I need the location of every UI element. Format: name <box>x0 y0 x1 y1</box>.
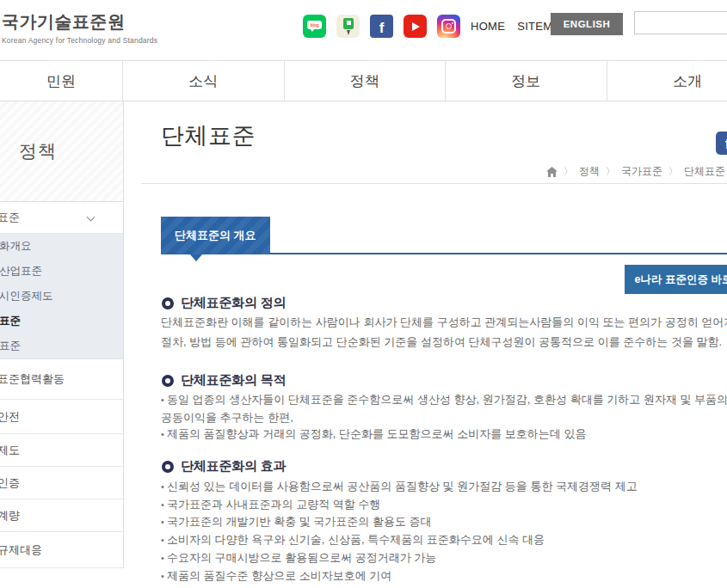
sidebar-item-standard[interactable]: 표준 <box>0 202 123 234</box>
nav-item-news[interactable]: 소식 <box>123 61 285 101</box>
tab-pointer <box>190 254 202 261</box>
sidebar-item-system[interactable]: 제도 <box>0 434 123 467</box>
enara-certification-button[interactable]: e나라 표준인증 바로가기 <box>625 265 727 294</box>
effect-list: 신뢰성 있는 데이터를 사용함으로써 공산품의 품질향상 및 원가절감 등을 통… <box>161 478 727 585</box>
sidebar-item-label: 안전 <box>0 409 20 425</box>
sidebar-subitem-certification[interactable]: 시인증제도 <box>0 284 123 309</box>
page: 국가기술표준원 Korean Agency for Technology and… <box>0 0 727 588</box>
list-item: 제품의 품질향상과 거래의 공정화, 단순화를 도모함으로써 소비자를 보호하는… <box>161 426 727 444</box>
nav-item-info[interactable]: 정보 <box>446 61 607 101</box>
sidebar-item-certify[interactable]: 인증 <box>0 467 123 499</box>
blog-bubble: blog <box>307 21 322 29</box>
section-heading-text: 단체표준화의 효과 <box>181 458 286 475</box>
camera-lens <box>446 23 452 29</box>
home-icon[interactable] <box>546 167 558 177</box>
logo-title: 국가기술표준원 <box>2 10 157 34</box>
sidebar-item-label: 제도 <box>0 443 20 458</box>
sidebar-item-cooperation[interactable]: 표준협력활동 <box>0 359 123 400</box>
list-item: 국가표준과 사내표준과의 교량적 역할 수행 <box>161 496 727 514</box>
paragraph-line: 단체표준화란 이해를 같이하는 사람이나 회사가 단체를 구성하고 관계되는사람… <box>161 312 727 332</box>
subitem-label: 화개요 <box>0 239 32 254</box>
sidebar-item-label: 표준 <box>0 210 20 225</box>
logo-subtitle: Korean Agency for Technology and Standar… <box>2 36 157 45</box>
search-input[interactable] <box>634 11 727 34</box>
chevron-down-icon <box>87 213 95 222</box>
list-item: 국가표준의 개발기반 확충 및 국가표준의 활용도 증대 <box>161 513 727 531</box>
breadcrumb-separator: 〉 <box>564 165 573 178</box>
post-rect <box>343 18 354 29</box>
post-dot <box>347 21 351 25</box>
ring-bullet-icon <box>162 297 174 309</box>
subitem-label: 시인증제도 <box>0 289 53 303</box>
list-item: 소비자의 다양한 욕구와 신기술, 신상품, 특수제품의 표준화수요에 신속 대… <box>161 531 727 549</box>
sidebar-title: 정책 <box>0 101 123 202</box>
subitem-label: 표준 <box>0 339 21 353</box>
breadcrumb: 〉 정책 〉 국가표준 〉 단체표준 〉 단체표준의 개요 <box>546 164 727 179</box>
list-item: 공동이익을 추구하는 한편, <box>161 409 727 426</box>
section-heading-definition: 단체표준화의 정의 <box>162 295 286 311</box>
youtube-icon[interactable] <box>404 15 427 38</box>
list-item: 동일 업종의 생산자들이 단체표준을 준수함으로써 생산성 향상, 원가절감, … <box>161 391 727 409</box>
sidebar-title-text: 정책 <box>0 139 57 163</box>
home-link[interactable]: HOME <box>471 20 505 33</box>
sidebar: 정책 표준 화개요 산업표준 시인증제도 표준 표준 표준협력활동 안전 제도 … <box>0 101 124 568</box>
site-logo[interactable]: 국가기술표준원 Korean Agency for Technology and… <box>2 10 157 45</box>
post-pencil-tip <box>347 30 350 35</box>
subitem-label: 표준 <box>0 314 21 328</box>
breadcrumb-policy[interactable]: 정책 <box>579 164 600 179</box>
sidebar-subitem-ks[interactable]: 산업표준 <box>0 259 123 284</box>
subitem-label: 산업표준 <box>0 264 42 279</box>
sidebar-item-label: 표준협력활동 <box>0 371 65 387</box>
camera-body <box>441 19 456 34</box>
breadcrumb-separator: 〉 <box>668 165 678 178</box>
camera-dot <box>452 22 453 24</box>
section-heading-purpose: 단체표준화의 목적 <box>162 372 286 389</box>
english-button[interactable]: ENGLISH <box>551 13 623 35</box>
section-heading-effect: 단체표준화의 효과 <box>162 458 286 475</box>
sidebar-subitem-overview[interactable]: 화개요 <box>0 234 123 259</box>
nav-item-policy[interactable]: 정책 <box>285 61 447 101</box>
paragraph-line: 절차, 방법 등에 관하여 통일화되고 단순화된 기준을 설정하여 단체구성원이… <box>161 332 727 352</box>
sidebar-item-metrology[interactable]: 계량 <box>0 499 123 532</box>
list-item: 제품의 품질수준 향상으로 소비자보호에 기여 <box>161 567 727 585</box>
ring-bullet-icon <box>162 461 174 473</box>
tab-group-standard-overview[interactable]: 단체표준의 개요 <box>161 217 270 254</box>
breadcrumb-group-standard[interactable]: 단체표준 <box>684 164 725 179</box>
sidebar-submenu: 화개요 산업표준 시인증제도 표준 표준 <box>0 234 123 359</box>
sidebar-item-label: 인증 <box>0 475 20 491</box>
sidebar-subitem-group-standard[interactable]: 표준 <box>0 309 123 334</box>
blog-text: blog <box>311 22 319 28</box>
social-links: blog f <box>303 15 460 38</box>
breadcrumb-national-standard[interactable]: 국가표준 <box>621 164 662 179</box>
main-nav: 민원 소식 정책 정보 소개 <box>0 60 727 101</box>
purpose-list: 동일 업종의 생산자들이 단체표준을 준수함으로써 생산성 향상, 원가절감, … <box>161 391 727 444</box>
breadcrumb-separator: 〉 <box>606 165 615 178</box>
list-item: 신뢰성 있는 데이터를 사용함으로써 공산품의 품질향상 및 원가절감 등을 통… <box>161 478 727 496</box>
naver-blog-icon[interactable]: blog <box>303 15 326 38</box>
section-heading-text: 단체표준화의 정의 <box>181 295 286 311</box>
sidebar-item-regulation[interactable]: 규제대응 <box>0 532 123 568</box>
sidebar-subitem-standard2[interactable]: 표준 <box>0 334 123 358</box>
sidebar-item-label: 규제대응 <box>0 542 42 558</box>
naver-post-icon[interactable] <box>336 15 360 38</box>
sidebar-item-safety[interactable]: 안전 <box>0 400 123 434</box>
definition-paragraph: 단체표준화란 이해를 같이하는 사람이나 회사가 단체를 구성하고 관계되는사람… <box>161 312 727 352</box>
facebook-icon[interactable]: f <box>370 15 393 38</box>
instagram-icon[interactable] <box>437 15 460 38</box>
sidebar-item-label: 계량 <box>0 508 20 524</box>
ring-bullet-icon <box>162 375 174 387</box>
play-glyph <box>412 22 420 31</box>
facebook-share-icon[interactable]: f <box>716 132 727 155</box>
list-item: 수요자의 구매시방으로 활용됨으로써 공정거래가 가능 <box>161 549 727 567</box>
page-title: 단체표준 <box>161 120 256 151</box>
content-divider <box>141 183 727 184</box>
nav-item-minwon[interactable]: 민원 <box>0 61 123 101</box>
nav-item-about[interactable]: 소개 <box>607 61 727 101</box>
facebook-letter: f <box>379 20 385 37</box>
section-heading-text: 단체표준화의 목적 <box>181 372 286 389</box>
